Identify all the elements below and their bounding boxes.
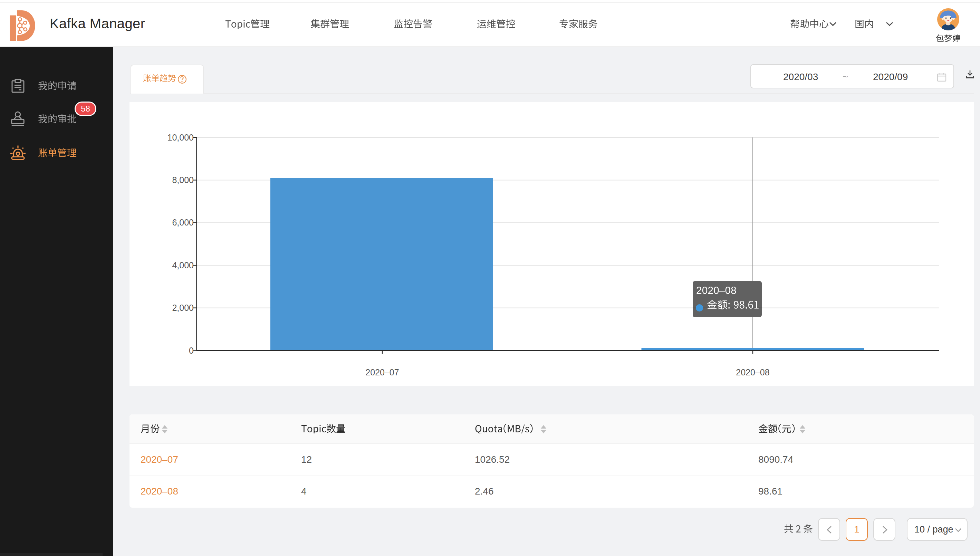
svg-text:2020–08: 2020–08 (736, 367, 769, 377)
svg-text:6,000: 6,000 (172, 218, 194, 227)
svg-text:4,000: 4,000 (172, 260, 194, 270)
svg-text:8,000: 8,000 (172, 175, 194, 185)
svg-text:0: 0 (189, 346, 194, 356)
svg-text:2020–07: 2020–07 (365, 367, 399, 377)
svg-text:10,000: 10,000 (168, 133, 194, 142)
svg-text:2,000: 2,000 (172, 303, 194, 312)
